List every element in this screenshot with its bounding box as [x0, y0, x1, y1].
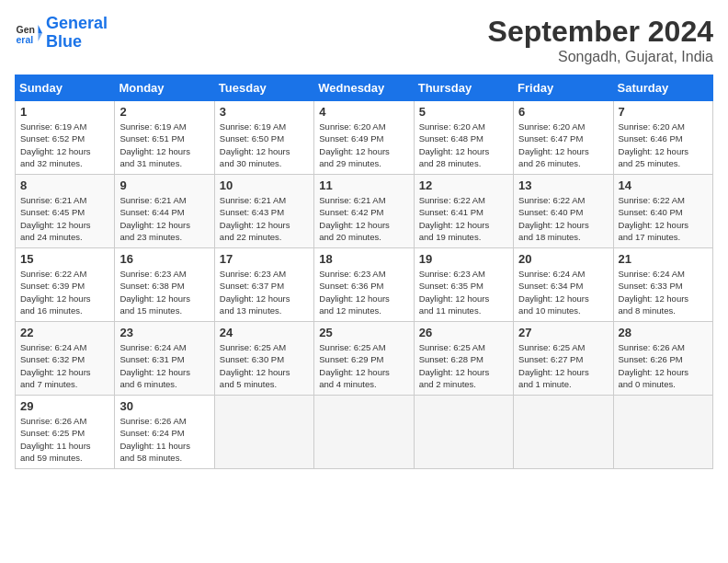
calendar-cell: 27Sunrise: 6:25 AMSunset: 6:27 PMDayligh… — [514, 322, 613, 396]
day-number: 18 — [319, 252, 408, 266]
calendar-cell: 30Sunrise: 6:26 AMSunset: 6:24 PMDayligh… — [115, 396, 214, 469]
day-info: Sunrise: 6:25 AMSunset: 6:28 PMDaylight:… — [419, 341, 508, 390]
day-info: Sunrise: 6:26 AMSunset: 6:26 PMDaylight:… — [619, 341, 708, 390]
calendar-cell: 24Sunrise: 6:25 AMSunset: 6:30 PMDayligh… — [214, 322, 313, 396]
calendar-cell: 29Sunrise: 6:26 AMSunset: 6:25 PMDayligh… — [16, 396, 115, 469]
day-info: Sunrise: 6:22 AMSunset: 6:39 PMDaylight:… — [20, 268, 109, 316]
day-info: Sunrise: 6:24 AMSunset: 6:32 PMDaylight:… — [20, 341, 109, 390]
day-number: 10 — [220, 178, 309, 192]
calendar-cell: 12Sunrise: 6:22 AMSunset: 6:41 PMDayligh… — [414, 175, 513, 248]
calendar-cell — [314, 396, 414, 469]
day-info: Sunrise: 6:19 AMSunset: 6:50 PMDaylight:… — [220, 121, 309, 169]
day-info: Sunrise: 6:25 AMSunset: 6:29 PMDaylight:… — [319, 341, 408, 390]
day-info: Sunrise: 6:19 AMSunset: 6:51 PMDaylight:… — [119, 121, 209, 169]
day-info: Sunrise: 6:24 AMSunset: 6:31 PMDaylight:… — [119, 341, 209, 390]
header-sunday: Sunday — [16, 75, 115, 101]
calendar-title-block: September 2024 Songadh, Gujarat, India — [488, 15, 713, 65]
day-number: 8 — [20, 178, 109, 192]
header-thursday: Thursday — [414, 75, 513, 101]
day-number: 5 — [419, 105, 508, 119]
calendar-week-5: 29Sunrise: 6:26 AMSunset: 6:25 PMDayligh… — [16, 396, 713, 469]
header-wednesday: Wednesday — [314, 75, 414, 101]
location-subtitle: Songadh, Gujarat, India — [488, 49, 713, 65]
day-number: 23 — [119, 326, 209, 339]
day-number: 1 — [20, 105, 109, 119]
calendar-cell: 18Sunrise: 6:23 AMSunset: 6:36 PMDayligh… — [314, 248, 414, 322]
day-info: Sunrise: 6:20 AMSunset: 6:49 PMDaylight:… — [319, 121, 408, 169]
day-info: Sunrise: 6:21 AMSunset: 6:42 PMDaylight:… — [319, 194, 408, 243]
calendar-week-4: 22Sunrise: 6:24 AMSunset: 6:32 PMDayligh… — [16, 322, 713, 396]
calendar-cell: 28Sunrise: 6:26 AMSunset: 6:26 PMDayligh… — [613, 322, 712, 396]
day-number: 13 — [518, 178, 608, 192]
calendar-cell: 14Sunrise: 6:22 AMSunset: 6:40 PMDayligh… — [613, 175, 712, 248]
day-info: Sunrise: 6:24 AMSunset: 6:33 PMDaylight:… — [619, 268, 708, 316]
calendar-cell: 3Sunrise: 6:19 AMSunset: 6:50 PMDaylight… — [214, 101, 313, 175]
calendar-cell: 13Sunrise: 6:22 AMSunset: 6:40 PMDayligh… — [514, 175, 613, 248]
calendar-cell: 21Sunrise: 6:24 AMSunset: 6:33 PMDayligh… — [613, 248, 712, 322]
calendar-week-1: 1Sunrise: 6:19 AMSunset: 6:52 PMDaylight… — [16, 101, 713, 175]
day-info: Sunrise: 6:22 AMSunset: 6:41 PMDaylight:… — [419, 194, 508, 243]
day-number: 12 — [419, 178, 508, 192]
header-friday: Friday — [514, 75, 613, 101]
day-number: 24 — [220, 326, 309, 339]
calendar-cell: 17Sunrise: 6:23 AMSunset: 6:37 PMDayligh… — [214, 248, 313, 322]
calendar-week-3: 15Sunrise: 6:22 AMSunset: 6:39 PMDayligh… — [16, 248, 713, 322]
day-info: Sunrise: 6:25 AMSunset: 6:30 PMDaylight:… — [220, 341, 309, 390]
calendar-cell: 2Sunrise: 6:19 AMSunset: 6:51 PMDaylight… — [115, 101, 214, 175]
calendar-cell: 8Sunrise: 6:21 AMSunset: 6:45 PMDaylight… — [16, 175, 115, 248]
calendar-cell — [514, 396, 613, 469]
month-title: September 2024 — [488, 15, 713, 49]
day-info: Sunrise: 6:25 AMSunset: 6:27 PMDaylight:… — [518, 341, 608, 390]
day-number: 19 — [419, 252, 508, 266]
day-info: Sunrise: 6:20 AMSunset: 6:47 PMDaylight:… — [518, 121, 608, 169]
page-header: Gen eral General Blue September 2024 Son… — [15, 15, 713, 65]
day-number: 27 — [518, 326, 608, 339]
day-number: 2 — [119, 105, 209, 119]
calendar-cell: 6Sunrise: 6:20 AMSunset: 6:47 PMDaylight… — [514, 101, 613, 175]
day-info: Sunrise: 6:23 AMSunset: 6:37 PMDaylight:… — [220, 268, 309, 316]
calendar-table: SundayMondayTuesdayWednesdayThursdayFrid… — [15, 75, 713, 469]
day-number: 17 — [220, 252, 309, 266]
day-info: Sunrise: 6:22 AMSunset: 6:40 PMDaylight:… — [619, 194, 708, 243]
svg-marker-2 — [39, 25, 43, 33]
svg-marker-3 — [39, 33, 43, 41]
calendar-cell: 16Sunrise: 6:23 AMSunset: 6:38 PMDayligh… — [115, 248, 214, 322]
header-monday: Monday — [115, 75, 214, 101]
calendar-cell: 22Sunrise: 6:24 AMSunset: 6:32 PMDayligh… — [16, 322, 115, 396]
calendar-cell: 23Sunrise: 6:24 AMSunset: 6:31 PMDayligh… — [115, 322, 214, 396]
day-number: 29 — [20, 399, 109, 413]
day-number: 25 — [319, 326, 408, 339]
calendar-cell: 5Sunrise: 6:20 AMSunset: 6:48 PMDaylight… — [414, 101, 513, 175]
day-number: 7 — [619, 105, 708, 119]
calendar-cell: 19Sunrise: 6:23 AMSunset: 6:35 PMDayligh… — [414, 248, 513, 322]
calendar-cell — [214, 396, 313, 469]
day-info: Sunrise: 6:21 AMSunset: 6:45 PMDaylight:… — [20, 194, 109, 243]
calendar-cell: 9Sunrise: 6:21 AMSunset: 6:44 PMDaylight… — [115, 175, 214, 248]
header-tuesday: Tuesday — [214, 75, 313, 101]
calendar-cell: 4Sunrise: 6:20 AMSunset: 6:49 PMDaylight… — [314, 101, 414, 175]
day-number: 21 — [619, 252, 708, 266]
day-info: Sunrise: 6:19 AMSunset: 6:52 PMDaylight:… — [20, 121, 109, 169]
day-number: 15 — [20, 252, 109, 266]
day-number: 3 — [220, 105, 309, 119]
day-info: Sunrise: 6:22 AMSunset: 6:40 PMDaylight:… — [518, 194, 608, 243]
day-number: 30 — [119, 399, 209, 413]
logo-icon: Gen eral — [15, 19, 42, 47]
day-number: 4 — [319, 105, 408, 119]
day-number: 14 — [619, 178, 708, 192]
calendar-body: 1Sunrise: 6:19 AMSunset: 6:52 PMDaylight… — [16, 101, 713, 469]
logo-text: General Blue — [46, 15, 108, 52]
calendar-cell: 15Sunrise: 6:22 AMSunset: 6:39 PMDayligh… — [16, 248, 115, 322]
calendar-cell: 7Sunrise: 6:20 AMSunset: 6:46 PMDaylight… — [613, 101, 712, 175]
day-info: Sunrise: 6:26 AMSunset: 6:24 PMDaylight:… — [119, 415, 209, 464]
logo: Gen eral General Blue — [15, 15, 108, 52]
day-info: Sunrise: 6:24 AMSunset: 6:34 PMDaylight:… — [518, 268, 608, 316]
calendar-cell: 10Sunrise: 6:21 AMSunset: 6:43 PMDayligh… — [214, 175, 313, 248]
day-number: 22 — [20, 326, 109, 339]
day-info: Sunrise: 6:23 AMSunset: 6:35 PMDaylight:… — [419, 268, 508, 316]
calendar-cell — [414, 396, 513, 469]
svg-text:eral: eral — [17, 33, 34, 44]
day-number: 6 — [518, 105, 608, 119]
calendar-cell — [613, 396, 712, 469]
calendar-cell: 26Sunrise: 6:25 AMSunset: 6:28 PMDayligh… — [414, 322, 513, 396]
